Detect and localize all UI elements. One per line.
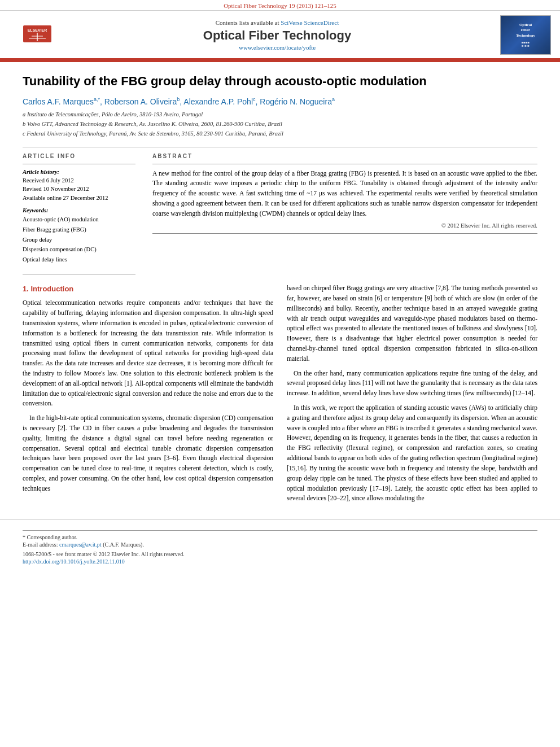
body-section: 1. Introduction Optical telecommunicatio… (23, 283, 537, 508)
journal-header-center: Contents lists available at SciVerse Sci… (65, 19, 489, 51)
email-note: E-mail address: cmarques@av.it.pt (C.A.F… (23, 541, 537, 548)
author-c-sup: c (253, 97, 256, 102)
body-p3: based on chirped fiber Bragg gratings ar… (287, 283, 537, 364)
body-p1: Optical telecommunication networks requi… (23, 298, 273, 409)
affil-c: c Federal University of Technology, Para… (23, 129, 537, 139)
author-d: Rogério N. Nogueira (260, 97, 332, 106)
keyword-1: Acousto-optic (AO) modulation (23, 215, 135, 225)
author-b: Roberson A. Oliveira (104, 97, 177, 106)
keywords-block: Keywords: Acousto-optic (AO) modulation … (23, 207, 135, 265)
revised-date: Revised 10 November 2012 (23, 185, 135, 194)
journal-title: Optical Fiber Technology (65, 28, 489, 43)
body-p4: On the other hand, many communication ap… (287, 369, 537, 399)
copyright: © 2012 Elsevier Inc. All rights reserved… (152, 222, 537, 229)
elsevier-logo-area: ELSEVIER (9, 23, 65, 48)
abstract-text: A new method for fine control of the gro… (152, 169, 537, 219)
footer: * Corresponding author. E-mail address: … (0, 519, 560, 571)
doi-link[interactable]: http://dx.doi.org/10.1016/j.yofte.2012.1… (23, 558, 537, 565)
received-date: Received 6 July 2012 (23, 176, 135, 185)
issn-text: 1068-5200/$ - see front matter © 2012 El… (23, 551, 537, 557)
article-title: Tunability of the FBG group delay throug… (23, 73, 537, 90)
body-p5: In this work, we report the application … (287, 403, 537, 504)
journal-url[interactable]: www.elsevier.com/locate/yofte (65, 44, 489, 51)
keyword-4: Dispersion compensation (DC) (23, 244, 135, 255)
elsevier-tree-icon: ELSEVIER (18, 23, 57, 48)
article-info-label: ARTICLE INFO (23, 153, 135, 159)
affil-b: b Volvo GTT, Advanced Technology & Resea… (23, 120, 537, 129)
email-person: (C.A.F. Marques). (103, 541, 144, 548)
svg-text:ELSEVIER: ELSEVIER (28, 28, 47, 32)
keyword-3: Group delay (23, 235, 135, 245)
email-address[interactable]: cmarques@av.it.pt (59, 541, 102, 548)
article-divider (23, 147, 537, 147)
author-b-sup: b (177, 97, 180, 102)
author-a-sup: a,* (94, 97, 100, 102)
journal-thumbnail-area: OpticalFiberTechnology ■■■■ ■ ■ ■ (489, 15, 551, 55)
abstract-label: ABSTRACT (152, 153, 537, 159)
author-c: Alexandre A.P. Pohl (183, 97, 253, 106)
author-d-sup: a (332, 97, 335, 102)
sciverse-link[interactable]: SciVerse ScienceDirect (281, 19, 339, 26)
keywords-label: Keywords: (23, 207, 135, 213)
article-info-column: ARTICLE INFO Article history: Received 6… (23, 153, 135, 274)
article-history: Article history: Received 6 July 2012 Re… (23, 169, 135, 203)
available-date: Available online 27 December 2012 (23, 194, 135, 203)
affil-a: a Instituto de Telecomunicações, Pólo de… (23, 110, 537, 120)
article-content: Tunability of the FBG group delay throug… (0, 62, 560, 519)
journal-header: ELSEVIER Contents lists available at Sci… (0, 11, 560, 60)
body-p2: In the high-bit-rate optical communicati… (23, 413, 273, 494)
contents-available: Contents lists available at SciVerse Sci… (65, 19, 489, 26)
authors-line: Carlos A.F. Marquesa,*, Roberson A. Oliv… (23, 97, 537, 106)
info-abstract-section: ARTICLE INFO Article history: Received 6… (23, 153, 537, 274)
author-a: Carlos A.F. Marques (23, 97, 94, 106)
abstract-column: ABSTRACT A new method for fine control o… (152, 153, 537, 274)
footnote-section: * Corresponding author. E-mail address: … (23, 530, 537, 548)
abstract-block: A new method for fine control of the gro… (152, 164, 537, 234)
keywords-list: Acousto-optic (AO) modulation Fiber Brag… (23, 215, 135, 265)
section1-heading: 1. Introduction (23, 283, 273, 295)
body-col-left: 1. Introduction Optical telecommunicatio… (23, 283, 273, 508)
keyword-2: Fiber Bragg grating (FBG) (23, 225, 135, 235)
corresponding-note: * Corresponding author. (23, 534, 537, 540)
history-label: Article history: (23, 169, 135, 175)
keyword-5: Optical delay lines (23, 255, 135, 265)
issn-line: 1068-5200/$ - see front matter © 2012 El… (23, 551, 537, 565)
email-label: E-mail address: (23, 541, 58, 548)
article-info-block: Article history: Received 6 July 2012 Re… (23, 164, 135, 274)
body-col-right: based on chirped fiber Bragg gratings ar… (287, 283, 537, 508)
journal-cover-image: OpticalFiberTechnology ■■■■ ■ ■ ■ (500, 15, 551, 55)
journal-citation: Optical Fiber Technology 19 (2013) 121–1… (0, 0, 560, 11)
affiliations: a Instituto de Telecomunicações, Pólo de… (23, 110, 537, 138)
